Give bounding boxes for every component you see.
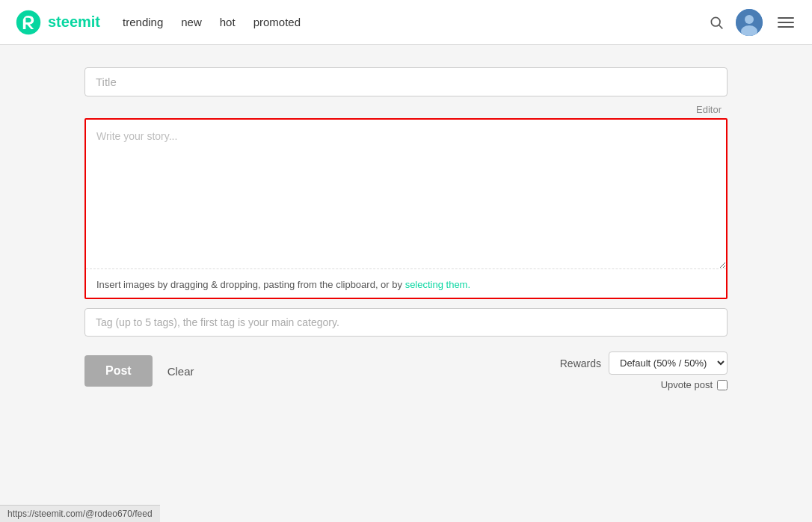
upvote-checkbox[interactable] [717,380,728,390]
image-insert-bar: Insert images by dragging & dropping, pa… [86,271,726,298]
search-button[interactable] [709,15,724,30]
hamburger-menu-button[interactable] [775,14,797,31]
hamburger-line-1 [778,17,794,19]
nav-trending[interactable]: trending [123,16,163,28]
selecting-them-link[interactable]: selecting them. [405,279,470,290]
steemit-logo-icon [15,9,42,36]
story-textarea[interactable] [86,120,726,269]
hamburger-line-3 [778,26,794,28]
nav-promoted[interactable]: promoted [253,16,301,28]
upvote-label: Upvote post [661,379,713,390]
rewards-row: Rewards Default (50% / 50%) Power Up 100… [560,351,728,375]
brand-logo-link[interactable]: steemit [15,9,100,36]
search-icon [709,15,724,30]
svg-line-2 [719,25,723,28]
nav-hot[interactable]: hot [220,16,236,28]
bottom-row: Post Clear Rewards Default (50% / 50%) P… [84,351,728,390]
post-button[interactable]: Post [84,355,153,387]
main-content: Editor Insert images by dragging & dropp… [0,45,812,413]
title-input[interactable] [84,67,728,96]
editor-container: Editor Insert images by dragging & dropp… [84,67,728,390]
nav-new[interactable]: new [181,16,202,28]
brand-name-text: steemit [48,13,100,31]
svg-point-4 [745,15,754,24]
avatar[interactable] [736,9,763,36]
story-editor-wrapper: Insert images by dragging & dropping, pa… [84,118,728,299]
upvote-row: Upvote post [661,379,728,390]
avatar-image [736,9,763,36]
navbar: steemit trending new hot promoted [0,0,812,45]
editor-tab-row: Editor [84,102,728,117]
tag-input[interactable] [84,308,728,337]
nav-links: trending new hot promoted [123,16,709,28]
svg-point-1 [711,17,720,26]
editor-tab-label: Editor [690,102,728,117]
navbar-right [709,9,797,36]
clear-button[interactable]: Clear [164,359,197,384]
image-insert-text: Insert images by dragging & dropping, pa… [96,279,405,290]
rewards-label: Rewards [560,357,601,369]
rewards-select[interactable]: Default (50% / 50%) Power Up 100% Declin… [609,351,728,375]
rewards-area: Rewards Default (50% / 50%) Power Up 100… [560,351,728,390]
hamburger-line-2 [778,22,794,23]
